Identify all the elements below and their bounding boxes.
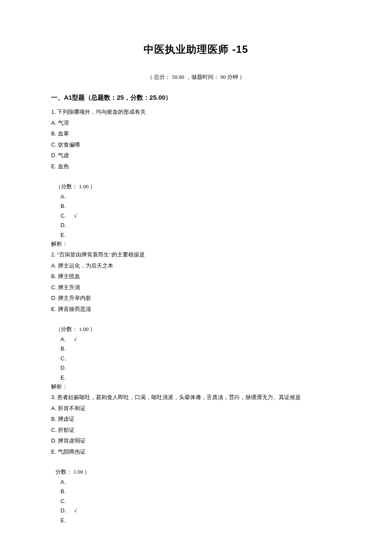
question-stem-text: 患者妊娠呕吐，甚则食人即吐，口渴，呕吐清涎，头晕体倦，舌质淡，苔白，脉缓滑无力。… (56, 394, 301, 400)
opt-text: 脾主升举内脏 (57, 295, 91, 301)
section-header: 一、A1型题（总题数：25，分数：25.00） (51, 94, 341, 102)
ans-mark: √ (72, 507, 77, 514)
ans-label: C. (61, 354, 72, 363)
ans-label: E. (61, 516, 72, 525)
ans-label: A. (61, 478, 72, 486)
ans-label: D. (61, 364, 72, 372)
opt-letter: B. (51, 130, 56, 137)
answer-d: D. (61, 364, 341, 372)
score-line: （分数： 1.00 ） (55, 182, 341, 191)
opt-text: 脾虚证 (56, 416, 74, 422)
answer-a: A. (61, 478, 341, 486)
opt-letter: E. (51, 449, 56, 455)
question-block: 1. 下列除哪项外，均与瘀血的形成有关 A. 气滞 B. 血寒 C. 饮食偏嗜 … (51, 108, 341, 248)
answer-e: E. (61, 516, 341, 525)
answer-e: E. (61, 231, 341, 239)
ans-label: B. (61, 487, 72, 496)
question-stem: 2. "百病皆由脾胃衰而生"的主要根据是 (51, 250, 341, 259)
opt-letter: D. (51, 437, 57, 444)
ans-label: E. (61, 374, 72, 382)
option-c: C. 肝郁证 (51, 426, 341, 434)
opt-text: 脾主运化，为后天之本 (56, 262, 113, 269)
ans-label: C. (61, 212, 72, 220)
ans-label: C. (61, 497, 72, 506)
ans-label: A. (61, 335, 72, 344)
opt-letter: A. (51, 262, 56, 269)
opt-text: 脾喜燥而恶湿 (56, 306, 91, 312)
answer-b: B. (61, 487, 341, 496)
opt-text: 血寒 (56, 130, 69, 137)
opt-text: 饮食偏嗜 (57, 141, 80, 148)
ans-label: A. (61, 193, 72, 201)
opt-letter: B. (51, 273, 56, 279)
answer-d: D. (61, 221, 341, 230)
option-d: D. 气虚 (51, 151, 341, 160)
ans-mark: √ (72, 336, 77, 342)
answer-b: B. (61, 345, 341, 353)
score-line: 分数： 1.00 ） (55, 468, 341, 476)
explain: 解析： (51, 240, 341, 248)
opt-text: 脾主统血 (56, 273, 80, 279)
opt-text: 脾主升清 (57, 284, 80, 290)
opt-letter: C. (51, 284, 57, 290)
answer-c: C. (61, 497, 341, 506)
score-line: （分数： 1.00 ） (55, 325, 341, 334)
question-stem-text: "百病皆由脾胃衰而生"的主要根据是 (56, 251, 145, 258)
opt-letter: A. (51, 405, 56, 411)
question-stem: 3. 患者妊娠呕吐，甚则食人即吐，口渴，呕吐清涎，头晕体倦，舌质淡，苔白，脉缓滑… (51, 393, 341, 402)
opt-text: 肝郁证 (57, 427, 75, 433)
explain: 解析： (51, 383, 341, 391)
opt-letter: C. (51, 141, 57, 148)
option-b: B. 血寒 (51, 129, 341, 138)
ans-mark: √ (72, 213, 77, 219)
opt-text: 肝胃不和证 (56, 405, 85, 411)
opt-letter: A. (51, 120, 56, 126)
ans-label: B. (61, 202, 72, 210)
answer-d: D. √ (61, 506, 341, 515)
ans-label: B. (61, 345, 72, 353)
option-c: C. 脾主升清 (51, 283, 341, 292)
ans-label: D. (61, 221, 72, 230)
opt-text: 血热 (56, 163, 69, 170)
opt-text: 气虚 (57, 152, 69, 158)
answer-c: C. (61, 354, 341, 363)
opt-letter: B. (51, 416, 56, 422)
option-d: D. 脾胃虚弱证 (51, 437, 341, 445)
question-num: 3. (51, 394, 56, 400)
opt-text: 气阴两伤证 (56, 449, 85, 455)
answer-a: A. (61, 193, 341, 201)
page-title: 中医执业助理医师 -15 (51, 43, 341, 56)
option-c: C. 饮食偏嗜 (51, 141, 341, 149)
question-stem: 1. 下列除哪项外，均与瘀血的形成有关 (51, 108, 341, 116)
option-e: E. 气阴两伤证 (51, 448, 341, 456)
answer-c: C. √ (61, 212, 341, 220)
question-num: 1. (51, 109, 56, 115)
option-d: D. 脾主升举内脏 (51, 294, 341, 302)
question-stem-text: 下列除哪项外，均与瘀血的形成有关 (56, 109, 146, 115)
answer-a: A. √ (61, 335, 341, 344)
question-num: 2. (51, 251, 56, 258)
opt-letter: E. (51, 306, 56, 312)
option-a: A. 肝胃不和证 (51, 404, 341, 413)
option-a: A. 脾主运化，为后天之本 (51, 262, 341, 270)
opt-letter: E. (51, 163, 56, 170)
answer-b: B. (61, 202, 341, 210)
option-b: B. 脾主统血 (51, 272, 341, 281)
opt-letter: C. (51, 427, 57, 433)
ans-label: D. (61, 506, 72, 515)
exam-meta: （ 总分： 50.00 ，做题时间： 90 分钟 ） (51, 73, 341, 81)
opt-text: 气滞 (56, 120, 69, 126)
opt-text: 脾胃虚弱证 (57, 437, 86, 444)
option-e: E. 血热 (51, 162, 341, 171)
opt-letter: D. (51, 152, 57, 158)
answer-e: E. (61, 374, 341, 382)
question-block: 3. 患者妊娠呕吐，甚则食人即吐，口渴，呕吐清涎，头晕体倦，舌质淡，苔白，脉缓滑… (51, 393, 341, 524)
option-a: A. 气滞 (51, 119, 341, 127)
question-block: 2. "百病皆由脾胃衰而生"的主要根据是 A. 脾主运化，为后天之本 B. 脾主… (51, 250, 341, 391)
ans-label: E. (61, 231, 72, 239)
option-b: B. 脾虚证 (51, 415, 341, 423)
opt-letter: D. (51, 295, 57, 301)
option-e: E. 脾喜燥而恶湿 (51, 305, 341, 313)
